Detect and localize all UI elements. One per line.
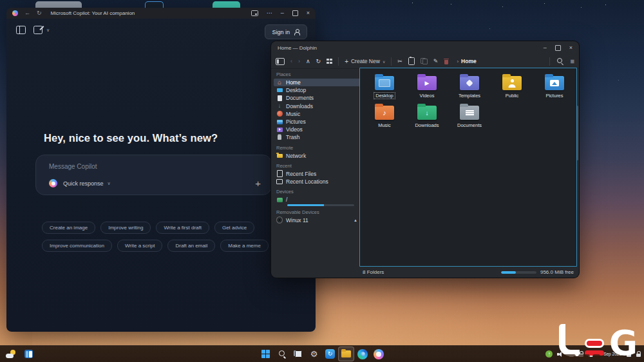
folder-downloads[interactable]: Downloads — [406, 104, 448, 134]
minimize-icon[interactable]: – — [281, 10, 284, 16]
minimize-icon[interactable]: – — [544, 45, 547, 51]
folder-desktop[interactable]: Desktop — [363, 75, 406, 104]
section-header-removable-devices: Removable Devices — [276, 209, 364, 215]
settingstb-icon: ⚙ — [310, 350, 318, 358]
folder-templates[interactable]: Templates — [448, 75, 491, 104]
sidebar-item-desktop[interactable]: Desktop — [276, 86, 364, 94]
back-button[interactable]: ‹ — [290, 59, 292, 64]
status-capacity: 956.0 MiB free — [501, 269, 574, 275]
menu-button[interactable]: ≡ — [571, 58, 574, 65]
sidebar-item-recent-locations[interactable]: Recent Locations — [276, 178, 364, 186]
chip-row: Improve communicationWrite a scriptDraft… — [42, 240, 269, 252]
sidebar-item-[interactable]: / — [276, 196, 364, 204]
chevron-down-icon[interactable]: ∨ — [46, 28, 50, 33]
watermark-letter-shape — [559, 324, 580, 356]
folder-pictures[interactable]: Pictures — [533, 75, 576, 104]
templates-folder-icon — [460, 76, 479, 90]
task-view-button[interactable] — [290, 347, 306, 361]
new-chat-icon[interactable] — [33, 26, 43, 34]
delete-button[interactable] — [444, 59, 449, 64]
background-window-tab — [213, 1, 240, 8]
suggestion-chip[interactable]: Draft an email — [167, 240, 215, 252]
root-partition-icon — [276, 196, 283, 203]
rename-button[interactable]: ✎ — [433, 59, 439, 64]
public-folder-icon — [502, 76, 522, 90]
sidebar-item-home[interactable]: ⌂Home — [274, 79, 361, 86]
videos-folder-icon — [417, 76, 437, 90]
section-header-devices: Devices — [276, 189, 364, 195]
edge-button[interactable] — [354, 347, 370, 361]
sidebar-item-trash[interactable]: Trash — [276, 133, 364, 141]
search-button[interactable] — [274, 347, 290, 361]
suggestion-chip[interactable]: Write a first draft — [156, 222, 209, 234]
back-icon[interactable]: ← — [24, 10, 30, 16]
desktop: ← ↻ Microsoft Copilot: Your AI companion… — [0, 0, 644, 362]
maximize-icon[interactable] — [555, 45, 561, 51]
copilot-logo-icon — [49, 179, 57, 187]
watermark-subtext — [562, 354, 600, 359]
panel-toggle-button[interactable] — [276, 58, 285, 65]
folder-music[interactable]: Music — [363, 104, 406, 134]
sidebar-item-network[interactable]: Network — [276, 152, 364, 160]
weather-icon[interactable] — [6, 350, 16, 358]
suggestion-chip[interactable]: Improve communication — [42, 240, 112, 252]
discover-button[interactable]: ↻ — [322, 347, 338, 361]
refresh-button[interactable]: ↻ — [316, 59, 321, 64]
folder-documents[interactable]: Documents — [448, 104, 491, 134]
suggestion-chip[interactable]: Make a meme — [220, 240, 269, 252]
copilot-toolbar: ∨ — [16, 26, 50, 34]
more-options-icon[interactable]: ⋯ — [267, 10, 272, 16]
message-composer[interactable]: Message Copilot Quick response ∨ + — [35, 155, 272, 195]
stars — [412, 3, 413, 3]
window-controls: –× — [544, 45, 573, 51]
up-button[interactable]: ∧ — [306, 59, 310, 64]
copilot-greeting: Hey, nice to see you. What’s new? — [44, 132, 218, 144]
sidebar-item-music[interactable]: Music — [276, 110, 364, 118]
music-folder-icon — [375, 106, 394, 120]
sidebar-item-downloads[interactable]: ↓Downloads — [276, 102, 364, 110]
sidebar-item-documents[interactable]: Documents — [276, 94, 364, 102]
copilot-button[interactable] — [370, 347, 386, 361]
cut-button[interactable]: ✂ — [397, 59, 402, 64]
sidebar-toggle-icon[interactable] — [16, 26, 26, 34]
close-icon[interactable]: × — [307, 10, 310, 16]
documents-folder-icon — [460, 106, 479, 120]
folder-public[interactable]: Public — [491, 75, 533, 104]
suggestion-chip[interactable]: Write a script — [117, 240, 163, 252]
create-new-button[interactable]: +Create New∨ — [345, 58, 385, 65]
sidebar-item-winux-11[interactable]: Winux 11▲ — [276, 216, 364, 224]
close-icon[interactable]: × — [569, 45, 573, 51]
breadcrumb[interactable]: ›Home — [457, 58, 476, 64]
chevron-down-icon[interactable]: ∨ — [108, 181, 111, 186]
sidebar-item-videos[interactable]: Videos — [276, 126, 364, 133]
folder-view[interactable]: DesktopVideosTemplatesPublicPicturesMusi… — [359, 68, 577, 267]
forward-button[interactable]: › — [298, 59, 300, 64]
updates-icon[interactable]: ↑ — [545, 350, 553, 357]
view-mode-button[interactable] — [327, 59, 332, 64]
settings-button[interactable]: ⚙ — [306, 347, 322, 361]
response-mode-label[interactable]: Quick response — [63, 180, 104, 187]
copilot-window: ← ↻ Microsoft Copilot: Your AI companion… — [6, 8, 316, 332]
folder-videos[interactable]: Videos — [406, 75, 448, 104]
refresh-icon[interactable]: ↻ — [37, 10, 42, 16]
taskbar: ⚙↻ ↑23 Sep 2023 — [0, 345, 644, 362]
pip-icon[interactable] — [251, 10, 258, 16]
sign-in-button[interactable]: Sign in — [265, 24, 307, 39]
paste-button[interactable] — [408, 57, 415, 65]
widgets-icon[interactable] — [24, 350, 33, 358]
eject-icon[interactable]: ▲ — [354, 218, 357, 222]
suggestion-chip[interactable]: Create an image — [42, 222, 95, 234]
pictures-icon — [276, 119, 283, 125]
start-button[interactable] — [258, 347, 274, 361]
attach-plus-icon[interactable]: + — [255, 178, 261, 188]
suggestion-chip[interactable]: Improve writing — [100, 222, 151, 234]
search-icon[interactable] — [557, 58, 564, 64]
folder-grid: DesktopVideosTemplatesPublicPicturesMusi… — [360, 68, 576, 266]
copy-button[interactable] — [421, 58, 428, 64]
sidebar-item-recent-files[interactable]: Recent Files — [276, 170, 364, 178]
sidebar-item-pictures[interactable]: Pictures — [276, 118, 364, 126]
file-manager-button[interactable] — [338, 347, 354, 361]
home-icon: ⌂ — [276, 79, 283, 86]
suggestion-chip[interactable]: Get advice — [214, 222, 254, 234]
maximize-icon[interactable] — [292, 10, 298, 16]
